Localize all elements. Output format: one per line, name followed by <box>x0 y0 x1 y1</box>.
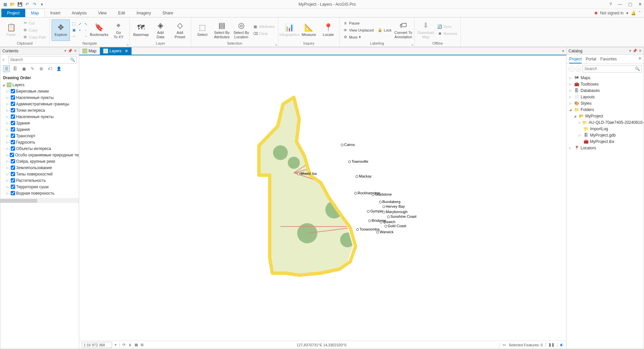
prev-extent-icon[interactable]: ← <box>71 34 76 39</box>
contents-search[interactable]: 🔍 <box>8 56 77 63</box>
zoom-out-icon[interactable]: － <box>83 28 89 33</box>
twisty-icon[interactable]: ▷ <box>6 160 10 163</box>
contents-pin-icon[interactable]: 📌 <box>68 49 72 53</box>
bookmarks-button[interactable]: 🔖Bookmarks <box>90 19 108 41</box>
sync-button[interactable]: 🔄Sync <box>436 23 459 30</box>
layer-row[interactable]: ▷Растительность <box>2 177 77 184</box>
scale-dropdown-icon[interactable]: ▾ <box>115 343 117 347</box>
tab-project[interactable]: Project <box>1 9 25 17</box>
cat-item-layouts[interactable]: ▷📄Layouts <box>568 94 642 100</box>
list-editing-icon[interactable]: ✎ <box>29 65 36 72</box>
twisty-icon[interactable]: ▷ <box>6 134 10 138</box>
twisty-icon[interactable]: ▷ <box>6 141 10 144</box>
contents-dropdown-icon[interactable]: ▾ <box>64 49 66 53</box>
lock-button[interactable]: 🔒Lock <box>376 27 393 34</box>
remove-button[interactable]: ✖Remove <box>436 30 459 37</box>
catalog-search-input[interactable] <box>584 66 635 71</box>
list-perspective-icon[interactable]: 👤 <box>55 65 62 72</box>
clear-button[interactable]: ⌫Clear <box>252 30 276 37</box>
notifications-icon[interactable]: 🔔 <box>631 11 636 15</box>
scale-input[interactable]: 1:16 972 368 <box>82 342 112 348</box>
twisty-icon[interactable]: ▷ <box>6 96 10 99</box>
select-button[interactable]: ⬚Select <box>193 19 211 41</box>
tab-analysis[interactable]: Analysis <box>66 9 93 17</box>
refresh-icon[interactable]: ⟳ <box>122 343 125 347</box>
twisty-icon[interactable]: ▷ <box>6 192 10 195</box>
list-source-icon[interactable]: 🗄 <box>12 65 18 72</box>
twisty-icon[interactable]: ▷ <box>6 179 10 182</box>
layer-checkbox[interactable] <box>11 114 15 119</box>
select-by-location-button[interactable]: ◎Select By Location <box>232 19 250 41</box>
layer-checkbox[interactable] <box>11 108 15 112</box>
next-extent-icon[interactable]: → <box>83 34 89 39</box>
layer-row[interactable]: ▷Особо охраняемые природные территории <box>2 152 77 158</box>
save-icon[interactable]: 💾 <box>17 1 23 7</box>
contents-close-icon[interactable]: ✕ <box>74 49 77 53</box>
twisty-icon[interactable]: ▷ <box>6 109 10 112</box>
tab-view[interactable]: View <box>92 9 112 17</box>
layer-checkbox[interactable] <box>11 102 15 106</box>
list-snapping-icon[interactable]: ⊞ <box>38 65 45 72</box>
contents-search-input[interactable] <box>10 57 70 62</box>
tab-insert[interactable]: Insert <box>45 9 66 17</box>
new-project-icon[interactable]: ▦ <box>2 1 8 7</box>
twisty-icon[interactable]: ▷ <box>6 121 10 125</box>
zoom-full-icon[interactable]: ⛶ <box>71 21 76 27</box>
snap-icon[interactable]: ⊞ <box>141 343 144 347</box>
tab-imagery[interactable]: Imagery <box>131 9 157 17</box>
catalog-dropdown-icon[interactable]: ▾ <box>629 49 631 53</box>
copy-button[interactable]: ⧉Copy <box>21 27 47 34</box>
twisty-icon[interactable]: ▷ <box>6 166 10 169</box>
catalog-pin-icon[interactable]: 📌 <box>633 49 637 53</box>
twisty-icon[interactable]: ▷ <box>6 90 10 93</box>
cat-item-maps[interactable]: ▷🗺Maps <box>568 74 642 81</box>
twisty-icon[interactable]: ▷ <box>6 147 10 150</box>
close-tab-icon[interactable]: ✕ <box>125 49 128 53</box>
layer-row[interactable]: ▷Населенные пункты <box>2 94 77 101</box>
layer-row[interactable]: ▷Транспорт <box>2 133 77 139</box>
add-preset-button[interactable]: ◇Add Preset <box>171 19 189 41</box>
layer-row[interactable]: ▷Водная поверхность <box>2 190 77 196</box>
layer-checkbox[interactable] <box>11 185 15 189</box>
explore-button[interactable]: ✥Explore <box>52 19 70 41</box>
layer-checkbox[interactable] <box>11 89 15 93</box>
layer-row[interactable]: ▷Территория суши <box>2 184 77 190</box>
cut-button[interactable]: ✂Cut <box>21 20 47 27</box>
pause-button[interactable]: ⏸Pause <box>342 20 375 27</box>
cat-folder-myproject[interactable]: ◢📂MyProject <box>568 113 642 119</box>
labeling-launcher-icon[interactable]: ↘ <box>411 43 414 46</box>
pause-drawing-icon[interactable]: ⏸ <box>128 343 132 347</box>
layer-row[interactable]: ▷Населенные пункты <box>2 113 77 120</box>
contents-hscroll[interactable] <box>0 198 79 203</box>
zoom-selection-icon[interactable]: ▣ <box>71 28 76 33</box>
layer-checkbox[interactable] <box>11 127 15 132</box>
list-selection-icon[interactable]: ▣ <box>20 65 27 72</box>
list-labeling-icon[interactable]: 🏷 <box>47 65 53 72</box>
selection-launcher-icon[interactable]: ↘ <box>275 43 277 46</box>
cat-item-toolboxes[interactable]: ▷🧰Toolboxes <box>568 81 642 87</box>
goto-xy-button[interactable]: ⌖Go To XY <box>109 19 127 41</box>
catalog-search[interactable]: 🔍 <box>583 65 642 72</box>
view-constraints-icon[interactable]: ▦ <box>135 343 138 347</box>
convert-annotation-button[interactable]: 🏷Convert To Annotation <box>394 19 412 41</box>
view-tabs-dropdown-icon[interactable]: ▾ <box>560 47 566 55</box>
layer-checkbox[interactable] <box>11 140 15 144</box>
search-icon[interactable]: 🔍 <box>635 66 640 71</box>
map-canvas[interactable]: CairnsTownsvilleMount IsaMackayRockhampt… <box>79 55 566 341</box>
catalog-close-icon[interactable]: ✕ <box>639 49 642 53</box>
layer-row[interactable]: ▷Объекты интереса <box>2 145 77 152</box>
zoom-fixed-in-icon[interactable]: ⤢ <box>77 21 83 27</box>
layer-row[interactable]: ▷Типы поверхностей <box>2 171 77 177</box>
view-unplaced-button[interactable]: 👁View Unplaced <box>342 27 375 34</box>
basemap-button[interactable]: 🗺Basemap <box>132 19 150 41</box>
layer-checkbox[interactable] <box>11 191 15 195</box>
twisty-icon[interactable]: ▷ <box>6 102 10 106</box>
signin-dropdown-icon[interactable]: ▾ <box>626 11 628 15</box>
catalog-tab-portal[interactable]: Portal <box>586 56 596 63</box>
collapse-ribbon-icon[interactable]: ˄ <box>639 11 641 15</box>
zoom-fixed-out-icon[interactable]: ⤡ <box>83 21 89 27</box>
undo-icon[interactable]: ↶ <box>24 1 30 7</box>
add-data-button[interactable]: ◈Add Data <box>151 19 169 41</box>
attributes-button[interactable]: ▦Attributes <box>252 23 276 30</box>
layer-row[interactable]: ▷Землепользование <box>2 164 77 171</box>
